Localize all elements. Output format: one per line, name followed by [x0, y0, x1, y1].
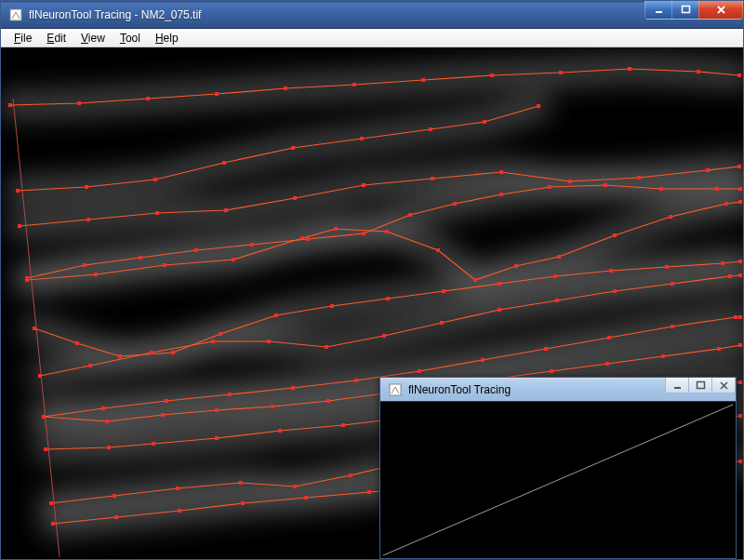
main-titlebar[interactable]: flNeuronTool Tracing - NM2_075.tif: [1, 1, 743, 29]
svg-rect-93: [671, 282, 674, 286]
svg-rect-34: [637, 176, 641, 180]
svg-rect-105: [550, 369, 553, 373]
svg-rect-118: [544, 347, 548, 351]
svg-rect-18: [153, 178, 157, 181]
svg-rect-11: [490, 73, 494, 77]
svg-rect-25: [18, 224, 21, 228]
child-minimize-button[interactable]: [665, 378, 689, 393]
svg-rect-137: [113, 494, 116, 498]
svg-rect-43: [385, 230, 389, 233]
menu-tool[interactable]: Tool: [113, 30, 148, 47]
svg-rect-56: [250, 243, 254, 247]
svg-rect-10: [421, 78, 425, 82]
svg-rect-111: [101, 407, 105, 410]
svg-rect-38: [94, 273, 98, 276]
svg-rect-106: [605, 362, 609, 366]
svg-rect-94: [728, 274, 732, 278]
svg-rect-52: [25, 276, 29, 280]
svg-rect-153: [304, 496, 308, 500]
svg-rect-86: [267, 340, 271, 343]
svg-rect-70: [171, 351, 175, 354]
menu-edit[interactable]: Edit: [39, 30, 73, 47]
child-plot-area[interactable]: [381, 403, 735, 557]
svg-rect-20: [291, 146, 295, 150]
svg-rect-72: [274, 313, 278, 317]
svg-rect-98: [161, 413, 165, 417]
svg-rect-71: [219, 332, 222, 336]
svg-rect-0: [10, 9, 21, 20]
svg-rect-77: [553, 274, 557, 278]
svg-rect-9: [352, 83, 356, 87]
svg-rect-4: [8, 103, 12, 107]
svg-rect-14: [697, 70, 700, 73]
svg-rect-78: [609, 269, 613, 273]
svg-rect-79: [665, 265, 669, 269]
menu-help[interactable]: Help: [148, 30, 186, 47]
svg-rect-36: [737, 165, 741, 168]
svg-rect-81: [738, 260, 742, 263]
svg-rect-21: [360, 137, 364, 140]
svg-rect-49: [669, 215, 672, 219]
menu-view[interactable]: View: [73, 30, 113, 47]
svg-rect-27: [155, 211, 159, 215]
svg-rect-124: [107, 446, 111, 449]
svg-rect-95: [738, 273, 742, 277]
svg-rect-64: [659, 187, 663, 191]
maximize-button[interactable]: [671, 1, 699, 20]
svg-rect-76: [498, 282, 501, 286]
svg-rect-87: [325, 345, 328, 349]
svg-rect-75: [442, 289, 445, 293]
child-maximize-button[interactable]: [688, 378, 712, 393]
svg-rect-15: [737, 73, 741, 77]
svg-rect-33: [568, 180, 572, 183]
svg-rect-45: [473, 278, 477, 282]
svg-rect-60: [453, 202, 457, 206]
svg-rect-59: [408, 213, 412, 217]
svg-rect-116: [418, 369, 421, 373]
menu-file[interactable]: File: [7, 30, 39, 47]
svg-rect-54: [139, 256, 142, 260]
svg-rect-57: [306, 237, 310, 241]
svg-rect-125: [152, 442, 155, 446]
svg-rect-85: [211, 340, 215, 343]
svg-rect-138: [176, 487, 179, 490]
child-window[interactable]: flNeuronTool Tracing: [379, 377, 737, 559]
child-titlebar[interactable]: flNeuronTool Tracing: [380, 378, 736, 402]
svg-rect-22: [429, 127, 432, 131]
svg-rect-42: [334, 227, 338, 231]
svg-rect-154: [367, 490, 371, 494]
svg-rect-120: [671, 325, 674, 328]
svg-rect-47: [557, 255, 561, 259]
svg-rect-51: [738, 200, 742, 204]
svg-rect-89: [440, 321, 444, 325]
svg-rect-123: [44, 447, 47, 451]
svg-rect-16: [16, 189, 20, 193]
svg-rect-88: [382, 334, 386, 338]
child-title: flNeuronTool Tracing: [408, 383, 511, 396]
svg-rect-151: [178, 509, 181, 513]
svg-rect-2: [682, 7, 689, 13]
svg-rect-90: [498, 308, 501, 312]
close-button[interactable]: [698, 1, 743, 20]
svg-rect-139: [239, 481, 243, 485]
svg-rect-117: [481, 358, 485, 362]
svg-rect-92: [613, 289, 617, 293]
svg-rect-136: [49, 501, 53, 505]
svg-rect-121: [734, 315, 737, 319]
svg-rect-48: [613, 233, 617, 237]
svg-rect-97: [105, 420, 109, 423]
child-close-button[interactable]: [711, 378, 736, 393]
svg-rect-110: [42, 415, 46, 419]
minimize-button[interactable]: [644, 1, 672, 20]
child-plot-canvas: [381, 403, 735, 557]
svg-rect-127: [278, 429, 282, 433]
svg-rect-50: [724, 202, 728, 206]
svg-rect-44: [436, 248, 440, 252]
svg-rect-101: [326, 399, 330, 403]
svg-rect-112: [165, 399, 168, 403]
svg-rect-65: [715, 187, 719, 191]
svg-rect-26: [86, 218, 90, 221]
svg-rect-5: [77, 101, 81, 105]
svg-rect-66: [738, 187, 742, 191]
svg-rect-161: [390, 384, 401, 395]
